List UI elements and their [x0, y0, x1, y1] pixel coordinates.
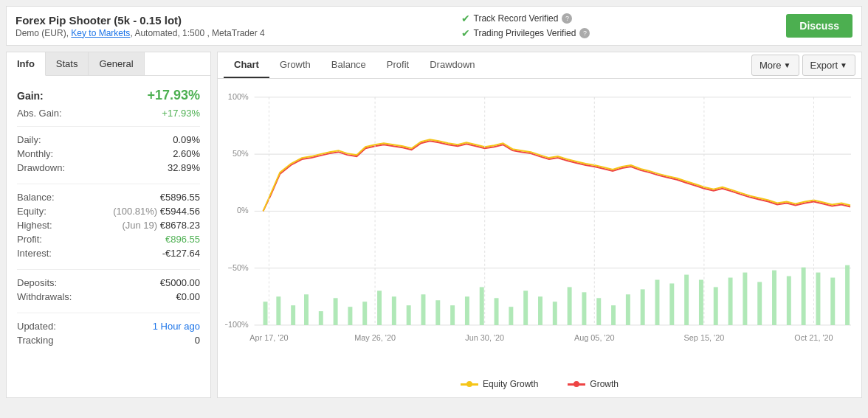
tab-chart[interactable]: Chart: [224, 52, 269, 78]
more-arrow-icon: ▼: [784, 61, 791, 69]
svg-rect-37: [641, 289, 645, 325]
svg-rect-35: [611, 305, 616, 325]
updated-section: Updated: 1 Hour ago Tracking 0: [17, 319, 200, 347]
withdrawals-row: Withdrawals: €0.00: [17, 290, 200, 304]
left-content: Gain: +17.93% Abs. Gain: +17.93% Daily: …: [7, 76, 210, 365]
svg-text:100%: 100%: [228, 92, 249, 101]
svg-text:−100%: −100%: [225, 320, 249, 329]
equity-row: Equity: (100.81%) €5944.56: [17, 204, 200, 218]
svg-text:May 26, '20: May 26, '20: [354, 333, 396, 342]
svg-rect-47: [787, 276, 791, 325]
deposits-label: Deposits:: [17, 277, 57, 288]
bar-chart: [264, 265, 850, 325]
svg-text:50%: 50%: [232, 149, 249, 158]
daily-monthly-section: Daily: 0.09% Monthly: 2.60% Drawdown: 32…: [17, 133, 200, 175]
header-left: Forex Pip Shooter (5k - 0.15 lot) Demo (…: [16, 14, 265, 38]
right-panel: Chart Growth Balance Profit Drawdown Mor…: [217, 52, 862, 398]
svg-rect-34: [596, 298, 601, 325]
legend-equity-growth-label: Equity Growth: [483, 379, 538, 389]
tracking-label: Tracking: [17, 335, 53, 346]
drawdown-label: Drawdown:: [17, 162, 65, 173]
svg-rect-49: [816, 273, 820, 325]
abs-gain-row: Abs. Gain: +17.93%: [17, 106, 200, 120]
balance-section: Balance: €5896.55 Equity: (100.81%) €594…: [17, 190, 200, 260]
abs-gain-value: +17.93%: [162, 108, 200, 119]
svg-rect-50: [830, 278, 835, 325]
interest-row: Interest: -€127.64: [17, 246, 200, 260]
svg-rect-12: [276, 296, 280, 325]
discuss-button[interactable]: Discuss: [786, 14, 852, 38]
svg-text:−50%: −50%: [228, 263, 249, 272]
account-subtitle: Demo (EUR), Key to Markets, Automated, 1…: [16, 28, 265, 38]
highest-row: Highest: (Jun 19) €8678.23: [17, 218, 200, 232]
svg-rect-19: [377, 290, 382, 325]
svg-rect-38: [655, 280, 660, 325]
growth-line: [264, 141, 851, 211]
svg-rect-23: [435, 300, 440, 325]
tab-balance[interactable]: Balance: [321, 52, 376, 78]
check-icon-2: ✔: [461, 27, 470, 39]
updated-label: Updated:: [17, 321, 56, 332]
tab-drawdown[interactable]: Drawdown: [419, 52, 485, 78]
export-button[interactable]: Export ▼: [802, 55, 855, 76]
svg-rect-31: [553, 302, 557, 325]
monthly-row: Monthly: 2.60%: [17, 147, 200, 161]
more-button[interactable]: More ▼: [751, 55, 799, 76]
legend-yellow-line: [461, 383, 478, 386]
svg-text:Oct 21, '20: Oct 21, '20: [794, 333, 833, 342]
legend-red-line: [568, 383, 585, 386]
svg-rect-22: [421, 294, 426, 325]
svg-rect-20: [392, 296, 396, 325]
svg-rect-29: [523, 290, 528, 325]
svg-rect-18: [362, 302, 367, 325]
tracking-row: Tracking 0: [17, 333, 200, 347]
chart-legend: Equity Growth Growth: [225, 373, 854, 394]
svg-rect-21: [407, 305, 411, 325]
balance-label: Balance:: [17, 192, 55, 203]
withdrawals-label: Withdrawals:: [17, 291, 72, 302]
abs-gain-label: Abs. Gain:: [17, 108, 62, 119]
tab-general[interactable]: General: [89, 52, 144, 75]
svg-rect-51: [845, 265, 850, 325]
svg-rect-25: [465, 296, 469, 325]
profit-row: Profit: €896.55: [17, 232, 200, 246]
tab-profit[interactable]: Profit: [376, 52, 419, 78]
tab-info[interactable]: Info: [7, 52, 46, 76]
left-tabs: Info Stats General: [7, 52, 210, 76]
tab-growth[interactable]: Growth: [269, 52, 321, 78]
profit-label: Profit:: [17, 234, 42, 245]
gain-row: Gain: +17.93%: [17, 85, 200, 106]
trading-privileges-label: Trading Privileges Verified: [474, 28, 576, 38]
tab-stats[interactable]: Stats: [46, 52, 89, 75]
svg-rect-45: [757, 282, 762, 324]
outer-container: Forex Pip Shooter (5k - 0.15 lot) Demo (…: [0, 0, 868, 404]
info-icon-1[interactable]: ?: [562, 13, 572, 24]
daily-value: 0.09%: [173, 134, 200, 145]
left-panel: Info Stats General Gain: +17.93% Abs. Ga…: [6, 52, 211, 398]
broker-link[interactable]: Key to Markets: [71, 28, 130, 38]
svg-text:0%: 0%: [237, 206, 249, 215]
more-label: More: [760, 60, 782, 71]
svg-rect-16: [334, 298, 338, 325]
svg-rect-11: [264, 302, 268, 325]
interest-value: -€127.64: [162, 248, 200, 259]
svg-rect-33: [582, 292, 586, 325]
highest-value: (Jun 19) €8678.23: [122, 220, 200, 231]
info-icon-2[interactable]: ?: [579, 28, 590, 38]
track-record-badge: ✔ Track Record Verified ?: [461, 13, 590, 24]
highest-label: Highest:: [17, 220, 52, 231]
export-label: Export: [810, 60, 838, 71]
daily-label: Daily:: [17, 134, 41, 145]
svg-rect-32: [568, 287, 572, 325]
profit-value: €896.55: [165, 234, 200, 245]
tracking-value: 0: [195, 335, 200, 346]
balance-row: Balance: €5896.55: [17, 190, 200, 204]
monthly-value: 2.60%: [173, 148, 200, 159]
svg-rect-48: [802, 268, 806, 325]
deposits-section: Deposits: €5000.00 Withdrawals: €0.00: [17, 276, 200, 304]
drawdown-row: Drawdown: 32.89%: [17, 161, 200, 175]
svg-rect-40: [684, 275, 689, 325]
svg-rect-43: [728, 278, 733, 325]
deposits-row: Deposits: €5000.00: [17, 276, 200, 290]
svg-text:Aug 05, '20: Aug 05, '20: [574, 333, 615, 342]
